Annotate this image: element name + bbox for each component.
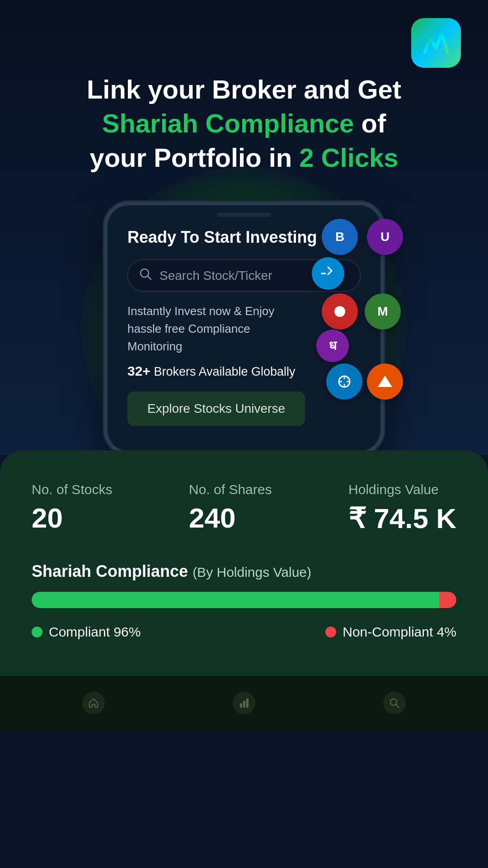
bottom-nav: [0, 676, 488, 730]
svg-line-9: [396, 704, 399, 708]
hero-line2: of: [361, 108, 386, 138]
broker-icon-3: [312, 257, 344, 290]
dot-non-compliant: [325, 627, 336, 637]
svg-point-2: [334, 306, 345, 317]
portfolio-card: No. of Stocks 20 No. of Shares 240 Holdi…: [0, 450, 488, 676]
nav-icon-chart: [233, 692, 255, 714]
stat-stocks-label: No. of Stocks: [32, 482, 112, 497]
svg-marker-4: [378, 376, 392, 387]
nav-icon-search: [383, 692, 406, 714]
nav-item-1[interactable]: [82, 692, 105, 714]
legend-non-compliant-label: Non-Compliant 4%: [343, 624, 456, 640]
phone-frame: Ready To Start Investing Search Stock/Ti…: [104, 202, 384, 455]
compliance-progress-bar: [32, 592, 456, 608]
stat-stocks-value: 20: [32, 502, 112, 534]
phone-wrapper: Ready To Start Investing Search Stock/Ti…: [27, 202, 461, 455]
nav-item-3[interactable]: [383, 692, 406, 714]
explore-stocks-button[interactable]: Explore Stocks Universe: [127, 392, 305, 426]
stat-shares-label: No. of Shares: [189, 482, 272, 497]
stats-row: No. of Stocks 20 No. of Shares 240 Holdi…: [32, 482, 456, 535]
legend-non-compliant: Non-Compliant 4%: [325, 624, 456, 640]
broker-icon-7: [326, 363, 362, 400]
svg-rect-5: [240, 703, 242, 708]
broker-icon-5: M: [365, 293, 401, 330]
brokers-count: 32+: [127, 363, 150, 378]
compliance-title-main: Shariah Compliance: [32, 562, 188, 580]
progress-red: [439, 592, 456, 608]
broker-icon-8: [367, 363, 403, 400]
hero-highlight2: 2 Clicks: [299, 143, 398, 172]
logo-icon: [420, 27, 452, 59]
hero-line1: Link your Broker and Get: [87, 75, 401, 104]
broker-icon-2: U: [367, 219, 403, 255]
stat-stocks: No. of Stocks 20: [32, 482, 112, 535]
search-icon: [139, 267, 152, 284]
svg-rect-6: [243, 701, 245, 708]
progress-green: [32, 592, 439, 608]
hero-highlight1: Shariah Compliance: [102, 108, 354, 138]
stat-holdings-label: Holdings Value: [348, 482, 456, 497]
phone-description: Instantly Invest now & Enjoy hassle free…: [127, 302, 308, 355]
stat-holdings: Holdings Value ₹ 74.5 K: [348, 482, 456, 535]
hero-line3: your Portfolio in: [89, 143, 292, 172]
broker-icon-1: B: [322, 219, 358, 255]
app-logo: [411, 18, 461, 68]
broker-icons: B U M ध: [308, 214, 408, 440]
nav-item-2[interactable]: [233, 692, 255, 714]
hero-text: Link your Broker and Get Shariah Complia…: [27, 72, 461, 175]
dot-compliant: [32, 627, 42, 637]
broker-icon-6: ध: [316, 330, 349, 362]
brokers-label: Brokers Available Globally: [154, 365, 295, 378]
nav-icon-home: [82, 692, 105, 714]
search-placeholder: Search Stock/Ticker: [160, 269, 272, 283]
legend-compliant-label: Compliant 96%: [49, 624, 141, 640]
compliance-title-sub: (By Holdings Value): [192, 565, 311, 580]
stat-holdings-value: ₹ 74.5 K: [348, 502, 456, 535]
legend-row: Compliant 96% Non-Compliant 4%: [32, 624, 456, 640]
compliance-title: Shariah Compliance (By Holdings Value): [32, 562, 456, 581]
stat-shares: No. of Shares 240: [189, 482, 272, 535]
svg-rect-7: [246, 698, 249, 708]
svg-line-1: [148, 276, 151, 280]
stat-shares-value: 240: [189, 502, 272, 534]
broker-icon-4: [322, 293, 358, 330]
top-section: Link your Broker and Get Shariah Complia…: [0, 0, 488, 455]
legend-compliant: Compliant 96%: [32, 624, 141, 640]
